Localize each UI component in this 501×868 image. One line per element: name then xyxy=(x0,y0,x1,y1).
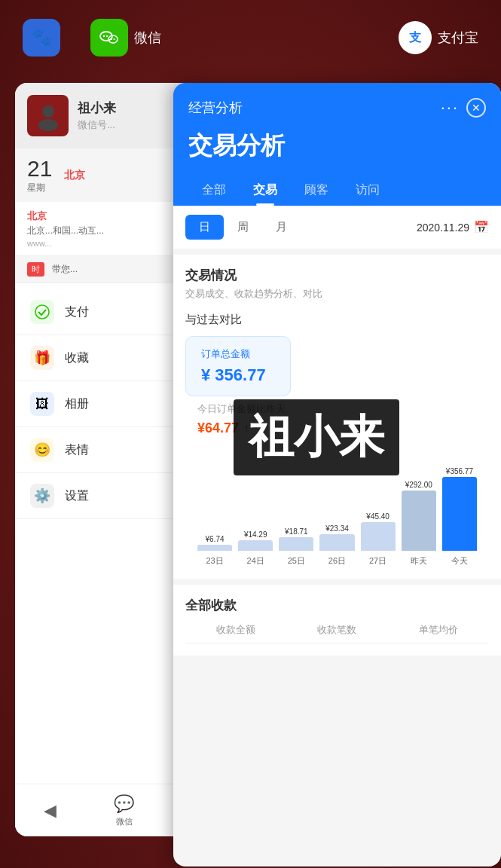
alipay-label: 支付宝 xyxy=(438,29,478,47)
bar-24-fill xyxy=(238,540,273,551)
alipay-main-title: 交易分析 xyxy=(188,130,486,163)
period-date-text: 2020.11.29 xyxy=(417,222,469,234)
wechat-album-label: 相册 xyxy=(65,396,89,412)
back-icon: ◀ xyxy=(44,801,57,821)
income-section: 全部收款 收款全额 收款笔数 单笔均价 xyxy=(173,585,501,656)
wechat-nav-chats-label: 微信 xyxy=(116,816,133,827)
compare-title: 与过去对比 xyxy=(185,313,489,327)
period-month-button[interactable]: 月 xyxy=(262,215,301,240)
bar-23-label: ¥6.74 xyxy=(206,535,225,543)
bar-24-label: ¥14.29 xyxy=(244,530,267,539)
bar-27: ¥45.40 xyxy=(361,512,396,551)
metric-card: 订单总金额 ¥ 356.77 xyxy=(185,336,291,396)
wechat-nav-back[interactable]: ◀ xyxy=(44,801,57,821)
period-date: 2020.11.29 📅 xyxy=(417,220,489,234)
bar-27-fill xyxy=(361,522,396,551)
alipay-header-top: 经营分析 ··· ✕ xyxy=(188,98,486,118)
svg-point-5 xyxy=(114,38,115,40)
wechat-app-item[interactable]: 微信 xyxy=(90,19,161,57)
income-title: 全部收款 xyxy=(185,597,489,614)
alipay-title: 经营分析 xyxy=(188,99,243,117)
wechat-city: 北京 xyxy=(64,169,85,182)
period-day-button[interactable]: 日 xyxy=(185,215,224,240)
bar-date-yesterday: 昨天 xyxy=(402,555,436,567)
pay-icon xyxy=(30,300,54,324)
bar-date-labels: 23日 24日 25日 26日 27日 昨天 今天 xyxy=(197,555,477,567)
bar-date-24: 24日 xyxy=(238,555,273,567)
bar-27-label: ¥45.40 xyxy=(366,512,389,521)
collect-icon: 🎁 xyxy=(30,346,54,370)
bar-26-label: ¥23.34 xyxy=(325,524,349,533)
emoji-icon: 😊 xyxy=(30,438,54,462)
today-amount: ¥64.77 xyxy=(197,420,239,436)
bar-date-today: 今天 xyxy=(442,555,477,567)
bar-25-label: ¥18.71 xyxy=(285,527,308,536)
bar-today-label: ¥356.77 xyxy=(446,467,473,475)
wechat-weekday: 星期 xyxy=(27,182,52,194)
bar-today: ¥356.77 xyxy=(442,467,477,551)
transaction-subtitle: 交易成交、收款趋势分析、对比 xyxy=(185,287,489,301)
bar-23-fill xyxy=(197,545,232,551)
svg-point-4 xyxy=(111,38,112,40)
bar-today-fill xyxy=(442,477,477,551)
income-col-amount: 收款全额 xyxy=(185,623,286,643)
alipay-close-button[interactable]: ✕ xyxy=(466,98,486,118)
wechat-label: 微信 xyxy=(134,29,161,47)
tab-visit[interactable]: 访问 xyxy=(342,175,393,206)
wechat-pay-label: 支付 xyxy=(65,304,89,320)
bar-date-23: 23日 xyxy=(197,555,232,567)
bar-24: ¥14.29 xyxy=(238,530,273,551)
trending-text: 带您... xyxy=(52,263,78,276)
bar-26: ¥23.34 xyxy=(319,524,354,551)
trending-badge: 时 xyxy=(27,262,44,277)
alipay-header-actions: ··· ✕ xyxy=(441,98,486,118)
alipay-header: 经营分析 ··· ✕ 交易分析 全部 交易 顾客 访问 xyxy=(173,83,501,206)
bar-25-fill xyxy=(279,537,313,551)
alipay-icon-img: 支 xyxy=(399,21,432,54)
period-week-button[interactable]: 周 xyxy=(224,215,262,240)
wechat-collect-label: 收藏 xyxy=(65,350,89,366)
chats-icon: 💬 xyxy=(114,794,134,814)
app-switcher-bar: 🐾 微信 支 支付宝 xyxy=(0,0,501,75)
baidu-app-item[interactable]: 🐾 xyxy=(23,19,60,57)
overlay-text: 祖小来 xyxy=(234,399,399,475)
wechat-settings-label: 设置 xyxy=(65,488,89,504)
wechat-nav-chats[interactable]: 💬 微信 xyxy=(114,794,134,827)
bar-yesterday-fill xyxy=(402,491,436,551)
tab-transaction[interactable]: 交易 xyxy=(240,175,291,206)
album-icon: 🖼 xyxy=(30,392,54,416)
bar-25: ¥18.71 xyxy=(279,527,313,551)
wechat-emoji-label: 表情 xyxy=(65,442,89,458)
bar-date-26: 26日 xyxy=(319,555,354,567)
income-col-count: 收款笔数 xyxy=(286,623,387,643)
bar-date-25: 25日 xyxy=(279,555,313,567)
svg-point-9 xyxy=(35,305,49,319)
tab-all[interactable]: 全部 xyxy=(188,175,240,206)
period-selector: 日 周 月 2020.11.29 📅 xyxy=(173,206,501,249)
bar-yesterday-label: ¥292.00 xyxy=(405,481,432,489)
transaction-title: 交易情况 xyxy=(185,267,489,284)
svg-point-2 xyxy=(106,35,108,37)
calendar-icon[interactable]: 📅 xyxy=(474,220,489,234)
tab-customer[interactable]: 顾客 xyxy=(291,175,342,206)
bar-23: ¥6.74 xyxy=(197,535,232,551)
wechat-date: 21 xyxy=(27,156,52,182)
income-columns: 收款全额 收款笔数 单笔均价 xyxy=(185,623,489,643)
alipay-app-item[interactable]: 支 支付宝 xyxy=(399,21,478,54)
metric-label: 订单总金额 xyxy=(201,347,275,361)
metric-value: ¥ 356.77 xyxy=(201,365,275,385)
income-col-avg: 单笔均价 xyxy=(388,623,489,643)
svg-point-1 xyxy=(103,35,105,37)
wechat-avatar xyxy=(27,95,69,136)
bar-26-fill xyxy=(319,534,354,551)
baidu-icon: 🐾 xyxy=(23,19,60,57)
alipay-tabs: 全部 交易 顾客 访问 xyxy=(188,175,486,206)
svg-point-7 xyxy=(42,105,54,118)
alipay-more-button[interactable]: ··· xyxy=(441,98,459,118)
settings-icon: ⚙️ xyxy=(30,484,54,508)
bar-date-27: 27日 xyxy=(361,555,396,567)
wechat-icon xyxy=(90,19,128,57)
svg-point-8 xyxy=(38,119,58,131)
bar-yesterday: ¥292.00 xyxy=(402,481,436,551)
